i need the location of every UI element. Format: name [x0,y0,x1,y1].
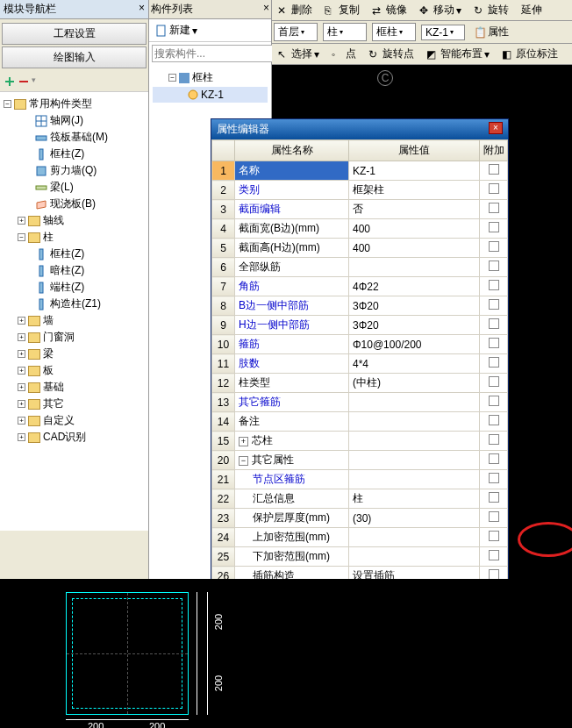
row-checkbox-cell[interactable] [480,374,508,393]
checkbox-icon[interactable] [489,164,499,175]
extend-button[interactable]: 延伸 [518,2,546,18]
new-button[interactable]: 新建 ▾ [152,22,201,39]
prop-row-11[interactable]: 11肢数4*4 [212,354,508,374]
checkbox-icon[interactable] [489,338,499,348]
rotate-pt-button[interactable]: ↻旋转点 [365,46,418,62]
row-checkbox-cell[interactable] [480,258,508,277]
plus-icon[interactable]: + [18,383,25,391]
row-name[interactable]: +芯柱 [235,432,349,451]
tree-root[interactable]: −常用构件类型 [2,96,147,112]
th-add[interactable]: 附加 [480,140,508,161]
tree-group-cad[interactable]: +CAD识别 [2,429,147,446]
row-name[interactable]: 角筋 [235,277,349,296]
tree-col-hidden[interactable]: 暗柱(Z) [2,262,147,279]
checkbox-icon[interactable] [489,453,499,464]
tree-item-axis[interactable]: 轴网(J) [2,112,147,129]
prop-row-1[interactable]: 1名称KZ-1 [212,161,508,181]
row-checkbox-cell[interactable] [480,181,508,200]
row-checkbox-cell[interactable] [480,432,508,451]
prop-row-8[interactable]: 8B边一侧中部筋3Φ20 [212,296,508,316]
prop-row-22[interactable]: 22汇总信息柱 [212,489,508,509]
prop-row-7[interactable]: 7角筋4Φ22 [212,277,508,296]
plus-icon[interactable]: + [18,367,25,375]
row-checkbox-cell[interactable] [480,296,508,316]
delete-button[interactable]: ✕删除 [274,2,316,18]
tree-group-slab[interactable]: +板 [2,362,147,379]
prop-row-13[interactable]: 13其它箍筋 [212,393,508,412]
search-input[interactable] [152,45,289,62]
row-value[interactable]: 400 [349,219,480,239]
row-value[interactable]: 4Φ22 [349,277,480,296]
floor-combo[interactable]: 首层 [274,23,318,41]
tree-group-wall[interactable]: +墙 [2,312,147,329]
row-value[interactable] [349,393,480,412]
row-name[interactable]: 汇总信息 [235,489,349,509]
row-name[interactable]: 下加密范围(mm) [235,547,349,567]
row-value[interactable] [349,528,480,547]
prop-row-15[interactable]: 15+芯柱 [212,432,508,451]
row-checkbox-cell[interactable] [480,219,508,239]
checkbox-icon[interactable] [489,241,499,252]
row-name[interactable]: 箍筋 [235,335,349,354]
pin-icon[interactable]: × [263,2,269,17]
row-value[interactable]: KZ-1 [349,161,480,181]
tree-item-raft[interactable]: 筏板基础(M) [2,129,147,146]
row-name[interactable]: 截面编辑 [235,200,349,219]
tree-group-custom[interactable]: +自定义 [2,412,147,429]
checkbox-icon[interactable] [489,183,499,194]
plus-icon[interactable]: + [18,217,25,225]
row-name[interactable]: −其它属性 [235,451,349,470]
row-value[interactable]: 框架柱 [349,181,480,200]
row-value[interactable] [349,432,480,451]
list-node-framecol[interactable]: −框柱 [153,68,268,87]
row-value[interactable]: (30) [349,509,480,528]
row-checkbox-cell[interactable] [480,393,508,412]
close-button[interactable]: × [489,122,503,134]
prop-link[interactable]: 节点区箍筋 [253,473,305,485]
section-preview[interactable]: 200 200 200 200 [0,579,562,728]
mirror-button[interactable]: ⇄镜像 [368,2,411,18]
tree-item-framecol[interactable]: 框柱(Z) [2,146,147,162]
plus-icon[interactable] [4,75,16,88]
list-item-kz1[interactable]: KZ-1 [153,87,268,103]
row-name[interactable]: 上加密范围(mm) [235,528,349,547]
prop-row-12[interactable]: 12柱类型(中柱) [212,374,508,393]
row-checkbox-cell[interactable] [480,161,508,181]
tree-item-slab[interactable]: 现浇板(B) [2,196,147,212]
expand-icon[interactable]: − [239,456,248,466]
th-name[interactable]: 属性名称 [235,140,349,161]
tree-group-axis[interactable]: +轴线 [2,212,147,229]
checkbox-icon[interactable] [489,261,499,271]
row-value[interactable]: 4*4 [349,354,480,374]
row-checkbox-cell[interactable] [480,354,508,374]
tree-col-framecol[interactable]: 框柱(Z) [2,246,147,262]
minus-icon[interactable]: − [168,74,176,82]
row-value[interactable]: (中柱) [349,374,480,393]
row-value[interactable] [349,470,480,489]
origin-label-button[interactable]: ◧原位标注 [498,46,561,62]
prop-row-5[interactable]: 5截面高(H边)(mm)400 [212,239,508,258]
checkbox-icon[interactable] [489,415,499,425]
cad-canvas-top[interactable]: C [272,65,572,107]
tree-item-beam[interactable]: 梁(L) [2,179,147,196]
prop-row-9[interactable]: 9H边一侧中部筋3Φ20 [212,316,508,335]
row-name[interactable]: 节点区箍筋 [235,470,349,489]
prop-link[interactable]: 其它箍筋 [239,396,281,408]
dialog-titlebar[interactable]: 属性编辑器 × [211,119,508,139]
type-combo[interactable]: 框柱 [372,23,416,41]
prop-row-6[interactable]: 6全部纵筋 [212,258,508,277]
rotate-button[interactable]: ↻旋转 [470,2,512,18]
point-button[interactable]: ◦点 [328,46,360,62]
row-checkbox-cell[interactable] [480,412,508,432]
checkbox-icon[interactable] [489,550,499,560]
row-name[interactable]: 类别 [235,181,349,200]
plus-icon[interactable]: + [18,317,25,325]
row-checkbox-cell[interactable] [480,239,508,258]
checkbox-icon[interactable] [489,280,499,290]
row-name[interactable]: 截面高(H边)(mm) [235,239,349,258]
row-checkbox-cell[interactable] [480,547,508,567]
tree-group-door[interactable]: +门窗洞 [2,329,147,346]
row-name[interactable]: 其它箍筋 [235,393,349,412]
row-checkbox-cell[interactable] [480,470,508,489]
tree-item-shearwall[interactable]: 剪力墙(Q) [2,162,147,179]
